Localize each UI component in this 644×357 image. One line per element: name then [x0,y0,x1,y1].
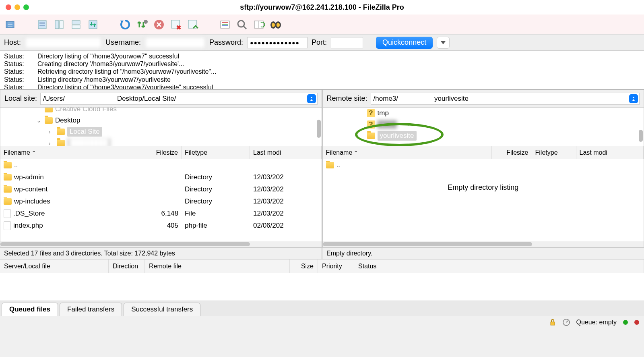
toggle-local-tree-icon[interactable] [52,18,66,31]
dropdown-icon[interactable] [307,94,316,103]
tab-queued-files[interactable]: Queued files [2,303,58,316]
host-input[interactable] [25,37,101,48]
search-icon[interactable] [235,18,249,31]
folder-icon [4,162,12,168]
compare-icon[interactable] [252,18,266,31]
list-item: wp-contentDirectory12/03/202 [0,183,322,195]
quickconnect-history-button[interactable] [437,37,450,49]
svg-point-31 [272,23,275,27]
log-message: Retrieving directory listing of "/home3/… [37,68,216,75]
username-input[interactable] [145,37,205,48]
col-filename[interactable]: Filename⌃ [0,146,137,159]
dropdown-icon[interactable] [629,94,638,103]
remote-site-input[interactable]: /home3/ yourlivesite [371,93,640,105]
local-site-input[interactable]: /Users/ Desktop/Local Site/ [40,93,317,105]
col-status[interactable]: Status [354,259,644,273]
col-server[interactable]: Server/Local file [0,259,109,273]
local-list-header: Filename⌃ Filesize Filetype Last modi [0,146,322,159]
filter-icon[interactable] [218,18,232,31]
transfer-queue-header: Server/Local file Direction Remote file … [0,259,644,273]
tab-successful-transfers[interactable]: Successful transfers [124,303,200,316]
host-label: Host: [4,38,21,47]
local-tree[interactable]: Creative Cloud Files ⌄ Desktop › Local S… [0,108,322,146]
port-input[interactable] [331,37,363,48]
tree-item-redacted[interactable]: ████ [378,120,397,129]
question-folder-icon: ? [367,120,375,129]
col-direction[interactable]: Direction [109,259,145,273]
binoculars-icon[interactable] [269,18,283,31]
log-message: Listing directory /home3/yourwow7/yourli… [37,76,171,83]
local-site-label: Local site: [4,94,37,103]
chevron-down-icon[interactable]: ⌄ [37,118,42,124]
tab-failed-transfers[interactable]: Failed transfers [60,303,122,316]
remote-list-header: Filename⌃ Filesize Filetype Last modi [323,146,644,159]
scrollbar-thumb[interactable] [317,120,321,138]
col-filetype[interactable]: Filetype [532,146,576,159]
col-filesize[interactable]: Filesize [137,146,182,159]
tree-item-tmp[interactable]: tmp [378,109,389,117]
disconnect-icon[interactable] [169,18,183,31]
svg-rect-11 [72,25,80,29]
chevron-right-icon[interactable]: › [49,129,54,135]
port-label: Port: [312,38,327,47]
cancel-icon[interactable] [152,18,166,31]
scrollbar-thumb-h[interactable] [0,242,250,246]
scrollbar-thumb-h[interactable] [323,242,532,246]
remote-file-list[interactable]: .. Empty directory listing [323,159,644,247]
tree-item-desktop[interactable]: Desktop [55,116,80,125]
log-label: Status: [4,52,26,60]
svg-line-40 [566,321,568,322]
remote-tree[interactable]: ? tmp ? ████ yourlivesite [323,108,644,146]
folder-icon [45,108,53,112]
log-message: Directory listing of "/home3/yourwow7/yo… [37,83,213,89]
list-item: .. [0,159,322,171]
svg-rect-4 [38,21,46,29]
transfer-queue-list[interactable] [0,273,644,301]
remote-selection-status: Empty directory. [322,247,644,259]
password-label: Password: [209,38,243,47]
list-item: index.php405php-file02/06/202 [0,220,322,232]
col-priority[interactable]: Priority [318,259,354,273]
local-pane: Local site: /Users/ Desktop/Local Site/ … [0,89,322,247]
local-file-list[interactable]: .. wp-adminDirectory12/03/202 wp-content… [0,159,322,247]
folder-icon [45,117,53,124]
queue-status: Queue: empty [576,319,617,326]
password-input[interactable]: ●●●●●●●●●●●●● [247,37,308,48]
chevron-right-icon[interactable]: › [49,140,54,146]
process-queue-icon[interactable] [135,18,149,31]
col-filetype[interactable]: Filetype [182,146,250,159]
speed-limit-icon[interactable] [563,319,570,326]
svg-point-26 [238,21,244,27]
refresh-icon[interactable] [118,18,132,31]
scrollbar-thumb[interactable] [639,130,643,142]
toggle-log-icon[interactable] [35,18,49,31]
svg-marker-37 [632,99,635,101]
lock-icon[interactable] [549,319,556,326]
folder-icon [367,133,375,139]
svg-marker-33 [441,41,446,44]
svg-point-32 [277,23,280,27]
svg-rect-38 [551,322,555,325]
site-manager-icon[interactable] [3,18,17,31]
log-label: Status: [4,68,26,75]
local-selection-status: Selected 17 files and 3 directories. Tot… [0,247,322,259]
col-filesize[interactable]: Filesize [492,146,532,159]
col-modified[interactable]: Last modi [250,146,322,159]
log-message: Directory listing of "/home3/yourwow7" s… [37,52,179,60]
col-modified[interactable]: Last modi [576,146,644,159]
tree-item-yourlivesite[interactable]: yourlivesite [378,131,417,141]
col-remote-file[interactable]: Remote file [145,259,290,273]
message-log[interactable]: Status:Directory listing of "/home3/your… [0,51,644,89]
quickconnect-button[interactable]: Quickconnect [376,37,433,49]
reconnect-icon[interactable] [186,18,200,31]
tree-item-local-site[interactable]: Local Site [67,127,102,137]
tree-item-redacted[interactable]: ████████ [67,138,111,146]
svg-line-27 [244,26,246,29]
toggle-remote-tree-icon[interactable] [69,18,83,31]
col-filename[interactable]: Filename⌃ [323,146,492,159]
queue-tabs: Queued files Failed transfers Successful… [0,301,644,316]
svg-marker-35 [310,99,313,101]
col-size[interactable]: Size [290,259,318,273]
log-label: Status: [4,76,26,83]
toggle-queue-icon[interactable] [86,18,100,31]
